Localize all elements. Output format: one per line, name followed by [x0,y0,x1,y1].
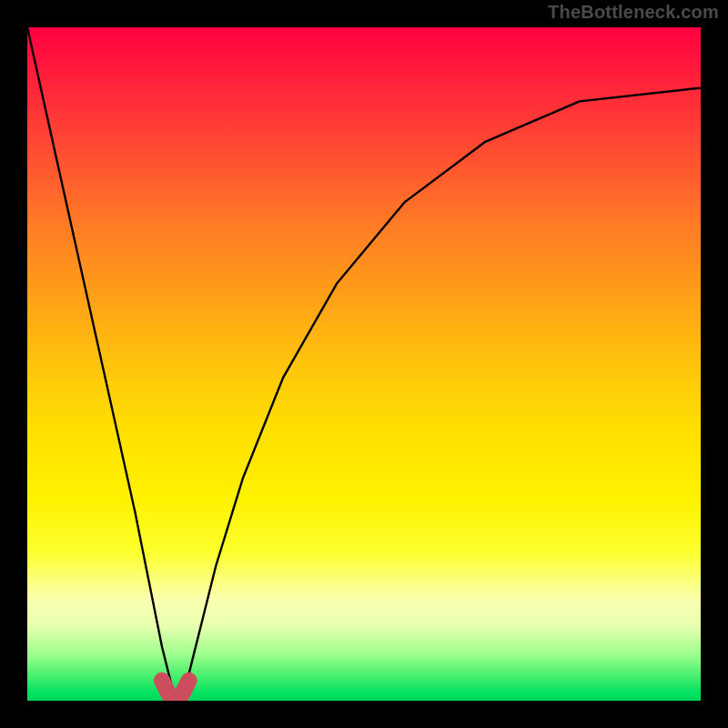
watermark-text: TheBottleneck.com [548,2,719,23]
valley-marker [162,681,189,701]
plot-area [27,27,701,701]
bottleneck-curve [27,27,701,701]
curve-layer [27,27,701,701]
chart-frame: TheBottleneck.com [0,0,728,728]
